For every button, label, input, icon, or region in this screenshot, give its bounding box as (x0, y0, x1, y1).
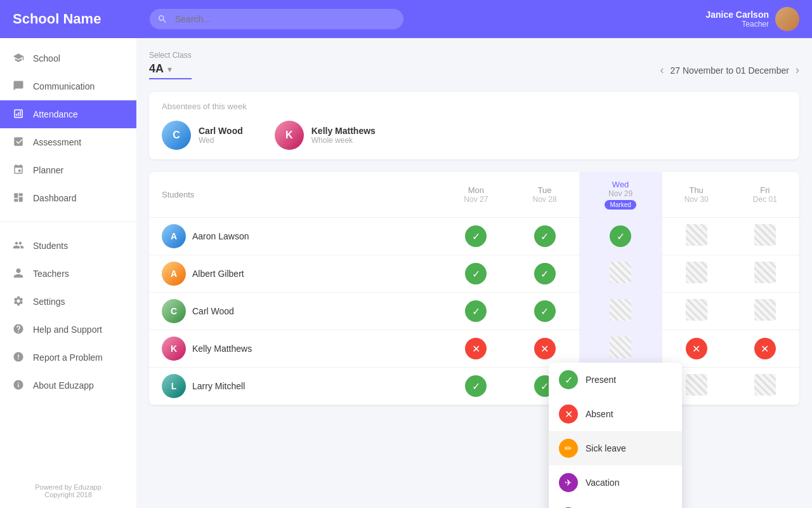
status-present-icon: ✓ (465, 263, 487, 284)
class-selector[interactable]: Select Class 4A ▾ (149, 51, 192, 79)
status-present-icon: ✓ (610, 225, 631, 247)
students-icon (13, 239, 25, 252)
att-cell-fri[interactable] (731, 218, 799, 255)
student-name: Kelly Matthews (192, 344, 252, 354)
prev-date-button[interactable]: ‹ (660, 64, 664, 77)
absentee-name-0: Carl Wood (199, 126, 243, 136)
chat-icon (13, 80, 25, 93)
att-cell-mon[interactable]: ✓ (442, 293, 510, 330)
att-cell-tue[interactable]: ✕ (510, 330, 579, 368)
report-label: Report a Problem (33, 352, 103, 363)
att-cell-tue[interactable]: ✓ (510, 255, 579, 293)
sidebar-footer: Powered by Eduzapp Copyright 2018 (0, 474, 136, 508)
status-hatch-icon (686, 299, 707, 321)
attendance-table-wrapper: Students Mon Nov 27 Tue Nov 28 Wed Nov (149, 172, 799, 405)
teachers-icon (13, 267, 25, 280)
sidebar-item-report[interactable]: Report a Problem (0, 344, 136, 371)
att-cell-mon[interactable]: ✓ (442, 218, 510, 255)
col-wed: Wed Nov 29 Marked (579, 172, 662, 218)
att-cell-wed[interactable]: ✓ (579, 218, 662, 255)
dropdown-item-sick[interactable]: ✏ Sick leave (549, 431, 682, 465)
avatar: A (162, 262, 186, 286)
sidebar: School Communication Attendance Assessme… (0, 38, 136, 508)
att-cell-fri[interactable] (731, 368, 799, 405)
dropdown-item-absent[interactable]: ✕ Absent (549, 397, 682, 431)
att-cell-thu[interactable] (662, 255, 731, 293)
search-input[interactable] (150, 9, 403, 29)
vacation-icon: ✈ (559, 473, 578, 492)
student-name: Larry Mitchell (192, 381, 245, 391)
absentee-period-0: Wed (199, 136, 243, 145)
col-fri: Fri Dec 01 (731, 172, 799, 218)
status-hatch-icon (610, 337, 631, 358)
att-cell-fri[interactable] (731, 255, 799, 293)
att-cell-wed[interactable] (579, 255, 662, 293)
att-cell-thu[interactable]: ✕ (662, 330, 731, 368)
status-hatch-icon (610, 299, 631, 321)
absent-icon: ✕ (559, 404, 578, 424)
help-icon (13, 323, 25, 336)
att-cell-mon[interactable]: ✓ (442, 368, 510, 405)
search-container (150, 9, 403, 29)
status-absent-icon: ✕ (754, 338, 776, 359)
att-cell-thu[interactable] (662, 218, 731, 255)
table-row: C Carl Wood ✓ ✓ (149, 293, 799, 330)
sidebar-item-assessment[interactable]: Assessment (0, 128, 136, 156)
user-name: Janice Carlson (705, 10, 769, 20)
sidebar-item-communication[interactable]: Communication (0, 72, 136, 100)
assessment-label: Assessment (33, 137, 81, 147)
col-mon: Mon Nov 27 (442, 172, 510, 218)
class-label: Select Class (149, 51, 192, 60)
absentee-avatar-0: C (162, 121, 191, 150)
status-hatch-icon (686, 374, 707, 396)
teachers-label: Teachers (33, 269, 69, 279)
status-hatch-icon (754, 374, 776, 396)
student-cell: C Carl Wood (149, 293, 442, 330)
att-cell-fri[interactable]: ✕ (731, 330, 799, 368)
avatar: C (162, 299, 186, 323)
settings-label: Settings (33, 297, 65, 307)
about-icon (13, 379, 25, 392)
next-date-button[interactable]: › (796, 64, 799, 77)
dropdown-item-vacation[interactable]: ✈ Vacation (549, 465, 682, 500)
att-cell-tue[interactable]: ✓ (510, 218, 579, 255)
absentee-period-1: Whole week (311, 136, 376, 145)
att-cell-mon[interactable]: ✓ (442, 255, 510, 293)
absentee-item-0: C Carl Wood Wed (162, 121, 243, 150)
dropdown-item-extra[interactable]: 🏆 Extra ciricular (549, 500, 682, 508)
att-cell-mon[interactable]: ✕ (442, 330, 510, 368)
sidebar-item-teachers[interactable]: Teachers (0, 260, 136, 288)
student-name: Aaron Lawson (192, 231, 249, 241)
avatar: K (162, 337, 186, 361)
status-present-icon: ✓ (465, 375, 487, 397)
sidebar-item-dashboard[interactable]: Dashboard (0, 184, 136, 212)
class-value: 4A (149, 62, 164, 76)
student-cell: L Larry Mitchell (149, 368, 442, 405)
sidebar-item-settings[interactable]: Settings (0, 288, 136, 316)
communication-label: Communication (33, 81, 95, 91)
attendance-table: Students Mon Nov 27 Tue Nov 28 Wed Nov (149, 172, 799, 405)
absentee-name-1: Kelly Matthews (311, 126, 376, 136)
status-present-icon: ✓ (534, 300, 556, 322)
report-icon (13, 351, 25, 364)
sidebar-item-help[interactable]: Help and Support (0, 316, 136, 344)
att-cell-wed[interactable] (579, 330, 662, 368)
student-cell: A Aaron Lawson (149, 218, 442, 255)
att-cell-wed[interactable] (579, 293, 662, 330)
dropdown-item-present[interactable]: ✓ Present (549, 363, 682, 397)
table-row: A Aaron Lawson ✓ ✓ ✓ (149, 218, 799, 255)
att-cell-fri[interactable] (731, 293, 799, 330)
about-label: About Eduzapp (33, 380, 94, 391)
app-header: School Name Janice Carlson Teacher (0, 0, 812, 38)
absentee-item-1: K Kelly Matthews Whole week (275, 121, 376, 150)
school-label: School (33, 53, 60, 64)
att-cell-tue[interactable]: ✓ (510, 293, 579, 330)
dashboard-label: Dashboard (33, 193, 77, 203)
sidebar-item-attendance[interactable]: Attendance (0, 100, 136, 128)
user-info: Janice Carlson Teacher (705, 7, 799, 31)
sidebar-item-students[interactable]: Students (0, 232, 136, 260)
att-cell-thu[interactable] (662, 293, 731, 330)
sidebar-item-school[interactable]: School (0, 44, 136, 72)
sidebar-item-planner[interactable]: Planner (0, 156, 136, 184)
sidebar-item-about[interactable]: About Eduzapp (0, 371, 136, 399)
